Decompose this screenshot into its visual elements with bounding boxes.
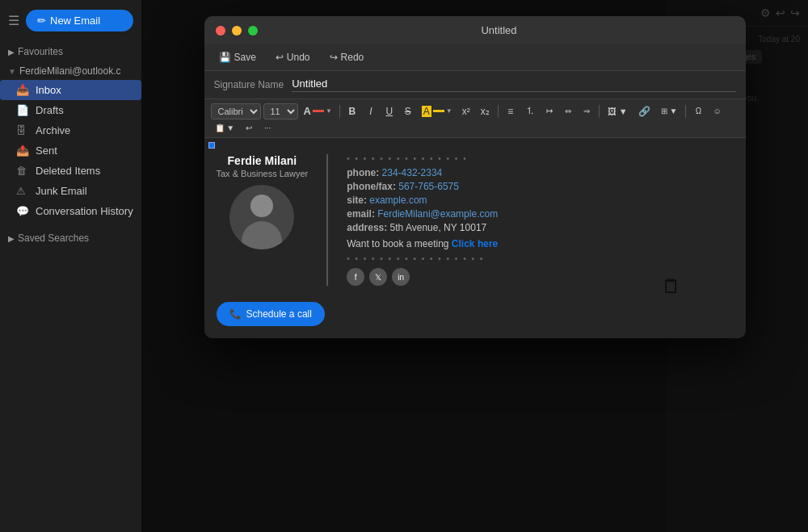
sidebar-item-sent[interactable]: 📤 Sent bbox=[0, 140, 141, 161]
format-clear-button[interactable]: ↩ bbox=[241, 122, 257, 134]
phone-link[interactable]: 234-432-2334 bbox=[382, 167, 443, 178]
indent-more-button[interactable]: ↦ bbox=[541, 105, 558, 117]
phone-fax-row: phone/fax: 567-765-6575 bbox=[347, 181, 733, 192]
redo-button[interactable]: ↪ Redo bbox=[325, 49, 369, 65]
strikethrough-button[interactable]: S bbox=[400, 104, 416, 119]
link-button[interactable]: 🔗 bbox=[634, 104, 654, 119]
align-right-button[interactable]: ⇒ bbox=[579, 105, 595, 117]
email-link[interactable]: FerdieMilani@example.com bbox=[377, 208, 498, 220]
sidebar-item-drafts[interactable]: 📄 Drafts bbox=[0, 100, 141, 120]
toolbar-divider-4 bbox=[685, 105, 686, 118]
email-row: email: FerdieMilani@example.com bbox=[347, 208, 733, 220]
sig-person-name: Ferdie Milani bbox=[228, 154, 297, 167]
signature-name-row: Signature Name Untitled bbox=[204, 71, 746, 99]
redo-label: Redo bbox=[341, 52, 364, 63]
phone-call-icon: 📞 bbox=[229, 308, 242, 320]
avatar-body bbox=[242, 221, 282, 249]
emoji-button[interactable]: ☺ bbox=[709, 105, 725, 117]
save-label: Save bbox=[234, 52, 256, 63]
underline-button[interactable]: U bbox=[381, 104, 398, 119]
meeting-link[interactable]: Click here bbox=[452, 238, 498, 249]
maximize-traffic-light[interactable] bbox=[248, 26, 258, 36]
minimize-traffic-light[interactable] bbox=[232, 26, 242, 36]
undo-button[interactable]: ↩ Undo bbox=[271, 49, 315, 65]
address-value: 5th Avenue, NY 10017 bbox=[390, 222, 487, 233]
phone-row: phone: 234-432-2334 bbox=[347, 167, 733, 178]
sidebar-item-deleted[interactable]: 🗑 Deleted Items bbox=[0, 161, 141, 181]
redo-icon: ↪ bbox=[330, 52, 338, 63]
dots-bottom: • • • • • • • • • • • • • • • • • bbox=[347, 254, 733, 263]
signature-content: Ferdie Milani Tax & Business Lawyer bbox=[217, 154, 734, 286]
drafts-label: Drafts bbox=[36, 104, 64, 116]
main-area: ⚙ ↩ ↪ Today at 20 load external images G… bbox=[141, 0, 808, 532]
meeting-text: Want to book a meeting bbox=[347, 238, 448, 249]
toolbar-divider-3 bbox=[599, 105, 600, 118]
site-link[interactable]: example.com bbox=[369, 195, 427, 206]
saved-searches-label: Saved Searches bbox=[18, 232, 89, 244]
text-color-button[interactable]: A ▼ bbox=[301, 103, 335, 119]
highlight-swatch bbox=[433, 110, 444, 112]
signature-name-label: Signature Name bbox=[214, 79, 284, 90]
twitter-icon[interactable]: 𝕏 bbox=[369, 268, 387, 286]
stamp-icon: 🗒 bbox=[662, 275, 681, 298]
account-item[interactable]: ▼ FerdieMilani@outlook.c bbox=[0, 62, 141, 80]
archive-icon: 🗄 bbox=[16, 124, 29, 136]
sidebar-item-inbox[interactable]: 📥 Inbox bbox=[0, 80, 141, 100]
sidebar-item-junk[interactable]: ⚠ Junk Email bbox=[0, 181, 141, 201]
font-family-select[interactable]: Calibri bbox=[211, 103, 261, 119]
avatar-silhouette bbox=[229, 185, 294, 249]
account-label: FerdieMilani@outlook.c bbox=[19, 65, 121, 77]
italic-button[interactable]: I bbox=[363, 104, 379, 119]
junk-icon: ⚠ bbox=[16, 185, 29, 197]
new-email-label: New Email bbox=[50, 15, 100, 27]
avatar-head bbox=[250, 195, 273, 217]
editor-area[interactable]: Ferdie Milani Tax & Business Lawyer bbox=[204, 138, 746, 338]
new-email-button[interactable]: ✏ New Email bbox=[26, 10, 133, 31]
address-row: address: 5th Avenue, NY 10017 bbox=[347, 222, 733, 233]
resize-anchor[interactable] bbox=[208, 142, 215, 149]
numbered-list-button[interactable]: ⒈ bbox=[521, 103, 539, 119]
font-size-select[interactable]: 11 bbox=[263, 103, 298, 119]
format-toolbar: Calibri 11 A ▼ B I U S A ▼ bbox=[204, 99, 746, 138]
sig-person-role: Tax & Business Lawyer bbox=[217, 169, 309, 178]
saved-searches-section[interactable]: ▶ Saved Searches bbox=[0, 228, 141, 249]
inbox-icon: 📥 bbox=[16, 84, 29, 96]
bold-button[interactable]: B bbox=[344, 104, 360, 119]
sent-label: Sent bbox=[36, 145, 57, 157]
align-button[interactable]: ⇔ bbox=[560, 105, 576, 117]
highlight-color-button[interactable]: A ▼ bbox=[419, 104, 456, 119]
template-button[interactable]: 📋 ▼ bbox=[211, 122, 239, 134]
superscript-button[interactable]: x² bbox=[458, 104, 474, 119]
favourites-section[interactable]: ▶ Favourites bbox=[0, 41, 141, 62]
bullet-list-button[interactable]: ≡ bbox=[503, 104, 519, 119]
phone-fax-link[interactable]: 567-765-6575 bbox=[398, 181, 459, 192]
subscript-button[interactable]: x₂ bbox=[477, 104, 494, 119]
modal-title: Untitled bbox=[264, 24, 734, 36]
save-icon: 💾 bbox=[219, 52, 231, 63]
more-button[interactable]: ··· bbox=[259, 122, 276, 134]
text-color-swatch bbox=[313, 110, 324, 112]
favourites-label: Favourites bbox=[18, 46, 63, 57]
highlight-dropdown[interactable]: ▼ bbox=[446, 107, 452, 115]
close-traffic-light[interactable] bbox=[216, 26, 225, 36]
text-color-dropdown[interactable]: ▼ bbox=[326, 107, 332, 115]
compose-icon: ✏ bbox=[37, 15, 46, 27]
modal-overlay: Untitled 💾 Save ↩ Undo ↪ Redo Sig bbox=[141, 0, 808, 532]
sent-icon: 📤 bbox=[16, 145, 29, 157]
sidebar-item-history[interactable]: 💬 Conversation History bbox=[0, 201, 141, 221]
schedule-call-button[interactable]: 📞 Schedule a call bbox=[217, 302, 325, 326]
sidebar-item-archive[interactable]: 🗄 Archive bbox=[0, 120, 141, 140]
signature-name-value[interactable]: Untitled bbox=[292, 77, 735, 92]
table-button[interactable]: ⊞ ▼ bbox=[657, 105, 682, 117]
image-button[interactable]: 🖼 ▼ bbox=[604, 105, 632, 118]
save-button[interactable]: 💾 Save bbox=[214, 49, 261, 65]
linkedin-icon[interactable]: in bbox=[392, 268, 410, 286]
site-row: site: example.com bbox=[347, 195, 733, 206]
sidebar-top: ☰ ✏ New Email bbox=[0, 0, 141, 41]
signature-left-column: Ferdie Milani Tax & Business Lawyer bbox=[217, 154, 309, 249]
hamburger-icon[interactable]: ☰ bbox=[8, 13, 19, 28]
special-chars-button[interactable]: Ω bbox=[690, 105, 706, 117]
facebook-icon[interactable]: f bbox=[347, 268, 364, 286]
deleted-icon: 🗑 bbox=[16, 165, 29, 177]
undo-label: Undo bbox=[287, 52, 310, 63]
